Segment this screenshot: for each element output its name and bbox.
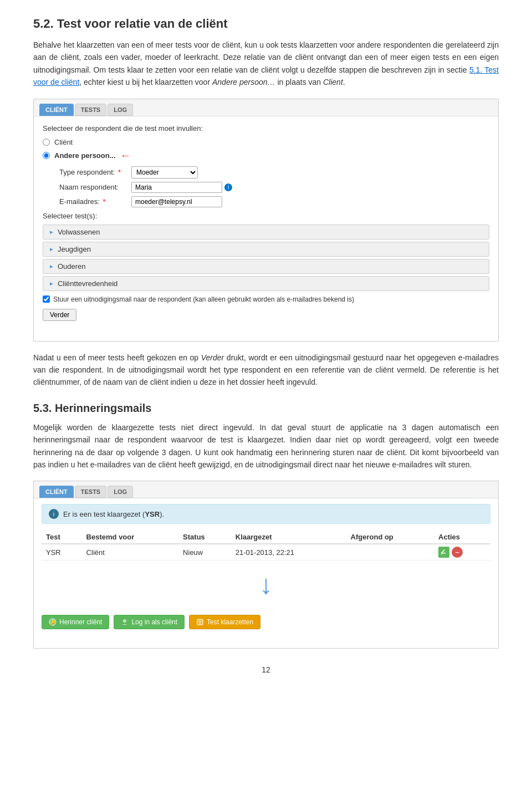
section-52-para2: Nadat u een of meer tests heeft gekozen … (33, 351, 499, 389)
cell-bestemd: Cliënt (82, 544, 179, 560)
category-ouderen-header[interactable]: ► Ouderen (43, 259, 489, 273)
tab-bar-1: CLIËNT TESTS LOG (34, 99, 498, 116)
category-arrow-clienttevredenheid: ► (49, 281, 54, 287)
test-icon: T (196, 618, 204, 626)
section-52-para1: Behalve het klaarzetten van een of meer … (33, 39, 499, 89)
table-header-row: Test Bestemd voor Status Klaargezet Afge… (42, 531, 490, 544)
uitnodigingsmail-label: Stuur een uitnodigingsmail naar de respo… (53, 295, 354, 303)
category-arrow-ouderen: ► (49, 263, 54, 269)
col-acties: Acties (434, 531, 490, 544)
login-icon (121, 618, 129, 626)
tab-log-1[interactable]: LOG (108, 104, 133, 116)
delete-symbol: − (455, 547, 459, 558)
category-arrow-jeugdigen: ► (49, 246, 54, 252)
category-clienttevredenheid-header[interactable]: ► Cliënttevredenheid (43, 277, 489, 291)
radio-client[interactable] (43, 139, 50, 146)
radio-andere-row: Andere persoon... ← (43, 149, 489, 162)
table-row: YSR Cliënt Nieuw 21-01-2013, 22:21 (42, 544, 490, 560)
category-volwassenen: ► Volwassenen (43, 225, 489, 240)
section-53: 5.3. Herinneringsmails Mogelijk worden d… (33, 402, 499, 649)
radio-group-respondent: Cliënt Andere persoon... ← (43, 138, 489, 162)
herinner-client-button[interactable]: 🔑 Herinner cliënt (42, 615, 109, 629)
category-jeugdigen: ► Jeugdigen (43, 242, 489, 257)
info-circle-icon: i (49, 509, 59, 519)
svg-marker-2 (441, 554, 442, 555)
screenshot-2-content: i Er is een test klaargezet (YSR). Test … (34, 498, 498, 609)
svg-rect-1 (441, 549, 445, 553)
tab-log-2[interactable]: LOG (108, 486, 133, 498)
test-klaarzetten-label: Test klaarzetten (207, 618, 253, 626)
type-respondent-select[interactable]: Moeder (131, 166, 198, 179)
radio-andere-label: Andere persoon... (54, 151, 116, 160)
delete-icon[interactable]: − (452, 547, 463, 558)
col-bestemd: Bestemd voor (82, 531, 179, 544)
herinner-client-label: Herinner cliënt (59, 618, 102, 626)
type-respondent-row: Type respondent: * Moeder (59, 166, 489, 179)
required-star-type: * (118, 168, 121, 176)
col-klaargezet: Klaargezet (231, 531, 346, 544)
action-icons: − (438, 547, 486, 558)
svg-text:T: T (199, 620, 202, 625)
tab-tests-1[interactable]: TESTS (75, 104, 106, 116)
category-clienttevredenheid: ► Cliënttevredenheid (43, 276, 489, 291)
login-client-label: Log in als cliënt (131, 618, 177, 626)
tests-table: Test Bestemd voor Status Klaargezet Afge… (42, 531, 490, 560)
type-respondent-label: Type respondent: * (59, 168, 131, 176)
category-volwassenen-label: Volwassenen (58, 228, 100, 236)
radio-client-row: Cliënt (43, 138, 489, 146)
figure-caption-2-container (34, 637, 498, 648)
tab-bar-2: CLIËNT TESTS LOG (34, 481, 498, 498)
category-arrow-volwassenen: ► (49, 229, 54, 235)
down-arrow-container: ↓ (42, 560, 490, 604)
section-53-title: 5.3. Herinneringsmails (33, 402, 499, 415)
cell-afgerond (346, 544, 434, 560)
respondent-fields: Type respondent: * Moeder Naam responden… (59, 166, 489, 207)
col-status: Status (178, 531, 231, 544)
section-53-para1: Mogelijk worden de klaargezette tests ni… (33, 421, 499, 471)
section-52-title: 5.2. Test voor relatie van de cliënt (33, 17, 499, 31)
category-clienttevredenheid-label: Cliënttevredenheid (58, 279, 117, 288)
category-volwassenen-header[interactable]: ► Volwassenen (43, 225, 489, 239)
uitnodigingsmail-checkbox[interactable] (43, 295, 50, 303)
svg-text:🔑: 🔑 (50, 619, 57, 626)
screenshot-2: CLIËNT TESTS LOG i Er is een test klaarg… (33, 481, 499, 649)
cell-test: YSR (42, 544, 82, 560)
naam-respondent-input[interactable] (131, 182, 222, 193)
verder-button[interactable]: Verder (43, 309, 76, 321)
arrow-indicator: ← (120, 149, 131, 162)
email-respondent-row: E-mailadres: * (59, 196, 489, 207)
cell-acties: − (434, 544, 490, 560)
category-jeugdigen-header[interactable]: ► Jeugdigen (43, 242, 489, 256)
email-respondent-input[interactable] (131, 196, 222, 207)
tab-tests-2[interactable]: TESTS (75, 486, 106, 498)
info-icon-naam[interactable]: i (224, 184, 232, 191)
col-afgerond: Afgerond op (346, 531, 434, 544)
login-client-button[interactable]: Log in als cliënt (114, 615, 185, 629)
email-respondent-label: E-mailadres: * (59, 197, 131, 206)
cell-klaargezet: 21-01-2013, 22:21 (231, 544, 346, 560)
section-52: 5.2. Test voor relatie van de cliënt Beh… (33, 17, 499, 389)
info-bar-text: Er is een test klaargezet (YSR). (63, 510, 164, 518)
cell-status: Nieuw (178, 544, 231, 560)
test-klaarzetten-button[interactable]: T Test klaarzetten (189, 615, 260, 629)
svg-point-5 (123, 619, 126, 623)
down-arrow-icon: ↓ (259, 572, 273, 598)
naam-respondent-label: Naam respondent: (59, 183, 131, 191)
category-ouderen-label: Ouderen (58, 262, 86, 271)
uitnodigingsmail-checkbox-row: Stuur een uitnodigingsmail naar de respo… (43, 295, 489, 303)
select-tests-label: Selecteer test(s): (43, 212, 489, 220)
tab-client-2[interactable]: CLIËNT (39, 486, 74, 498)
required-star-email: * (103, 197, 106, 206)
edit-icon[interactable] (438, 547, 449, 558)
screenshot-1: CLIËNT TESTS LOG Selecteer de respondent… (33, 99, 499, 342)
screenshot-1-content: Selecteer de respondent die de test moet… (34, 116, 498, 329)
naam-respondent-row: Naam respondent: i (59, 182, 489, 193)
page-number: 12 (33, 665, 499, 674)
radio-client-label: Cliënt (54, 138, 73, 146)
bottom-buttons: 🔑 Herinner cliënt Log in als cliënt T Te… (34, 609, 498, 637)
radio-andere[interactable] (43, 152, 50, 159)
figure-caption-1-container (34, 329, 498, 341)
category-jeugdigen-label: Jeugdigen (58, 245, 91, 253)
tab-client-1[interactable]: CLIËNT (39, 104, 74, 116)
info-bar: i Er is een test klaargezet (YSR). (42, 504, 490, 524)
